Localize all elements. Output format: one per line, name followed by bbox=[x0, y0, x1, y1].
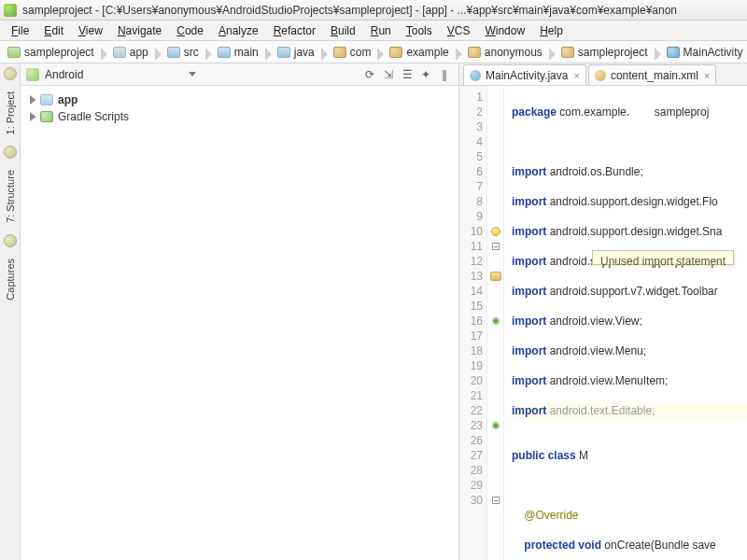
gradle-icon bbox=[40, 111, 53, 122]
intention-bulb-icon[interactable] bbox=[491, 227, 500, 236]
expand-icon[interactable] bbox=[28, 112, 37, 121]
tool-icon[interactable] bbox=[4, 67, 17, 80]
tree-node-gradle[interactable]: Gradle Scripts bbox=[24, 108, 455, 125]
java-class-icon bbox=[470, 70, 481, 81]
folder-icon bbox=[218, 47, 231, 58]
folder-icon bbox=[277, 47, 290, 58]
close-tab-icon[interactable]: × bbox=[573, 70, 579, 81]
collapse-button[interactable]: ⇲ bbox=[380, 66, 397, 83]
window-titlebar: sampleproject - [C:¥Users¥anonymous¥Andr… bbox=[0, 0, 747, 21]
package-icon bbox=[468, 47, 481, 58]
project-header: Android ⟳ ⇲ ☰ ✦ ‖ bbox=[21, 63, 458, 86]
editor-tabs: MainActivity.java × content_main.xml × bbox=[459, 63, 747, 86]
package-icon bbox=[561, 47, 574, 58]
gear-button[interactable]: ✦ bbox=[417, 66, 434, 83]
menu-bar: File Edit View Navigate Code Analyze Ref… bbox=[0, 21, 747, 41]
inspection-tooltip: Unused import statement bbox=[592, 250, 734, 265]
navigation-bar: sampleproject app src main java com exam… bbox=[0, 41, 747, 63]
class-icon bbox=[667, 47, 680, 58]
override-marker-icon[interactable] bbox=[493, 423, 499, 428]
menu-analyze[interactable]: Analyze bbox=[211, 22, 266, 39]
crumb-pkg2[interactable]: example bbox=[386, 45, 454, 60]
package-icon bbox=[389, 47, 402, 58]
editor-tab-mainactivity[interactable]: MainActivity.java × bbox=[463, 64, 586, 85]
crumb-class[interactable]: MainActivity bbox=[663, 45, 747, 60]
menu-tools[interactable]: Tools bbox=[399, 22, 440, 39]
tool-icon[interactable] bbox=[4, 146, 17, 159]
dropdown-icon[interactable] bbox=[189, 72, 196, 77]
app-logo-icon bbox=[4, 4, 17, 17]
editor-panel: MainActivity.java × content_main.xml × 1… bbox=[459, 63, 747, 560]
crumb-src[interactable]: src bbox=[163, 45, 204, 60]
menu-run[interactable]: Run bbox=[363, 22, 399, 39]
override-marker-icon[interactable] bbox=[493, 318, 499, 324]
android-icon bbox=[26, 68, 39, 81]
menu-vcs[interactable]: VCS bbox=[440, 22, 478, 39]
crumb-java[interactable]: java bbox=[274, 45, 320, 60]
window-title: sampleproject - [C:¥Users¥anonymous¥Andr… bbox=[22, 4, 677, 17]
left-tool-strip: 1: Project 7: Structure Captures bbox=[0, 63, 21, 560]
line-number-gutter: 1234 5678 9101112 13141516 17181920 2122… bbox=[459, 86, 487, 560]
menu-code[interactable]: Code bbox=[169, 22, 211, 39]
code-text[interactable]: packagepackage com.example. sampleproj c… bbox=[504, 86, 747, 560]
settings-button[interactable]: ☰ bbox=[399, 66, 416, 83]
close-tab-icon[interactable]: × bbox=[704, 70, 710, 81]
module-icon bbox=[40, 94, 53, 105]
folder-icon bbox=[7, 47, 21, 58]
sync-button[interactable]: ⟳ bbox=[361, 66, 378, 83]
marker-gutter bbox=[487, 86, 504, 560]
fold-icon[interactable] bbox=[492, 243, 500, 250]
tool-icon[interactable] bbox=[4, 234, 17, 247]
crumb-pkg3[interactable]: anonymous bbox=[464, 45, 548, 60]
menu-help[interactable]: Help bbox=[532, 22, 571, 39]
project-view-selector[interactable]: Android bbox=[45, 68, 185, 81]
menu-file[interactable]: File bbox=[4, 22, 36, 39]
project-tree: app Gradle Scripts bbox=[21, 86, 458, 131]
crumb-project[interactable]: sampleproject bbox=[4, 45, 100, 60]
tool-tab-project[interactable]: 1: Project bbox=[3, 86, 18, 140]
expand-icon[interactable] bbox=[28, 95, 37, 105]
menu-build[interactable]: Build bbox=[323, 22, 363, 39]
project-tool-window: Android ⟳ ⇲ ☰ ✦ ‖ app Gradle Scripts bbox=[21, 63, 459, 560]
editor-tab-contentmain[interactable]: content_main.xml × bbox=[588, 64, 716, 85]
menu-navigate[interactable]: Navigate bbox=[110, 22, 169, 39]
tool-tab-structure[interactable]: 7: Structure bbox=[3, 164, 18, 229]
folder-icon bbox=[167, 47, 180, 58]
package-icon bbox=[333, 47, 346, 58]
code-editor[interactable]: 1234 5678 9101112 13141516 17181920 2122… bbox=[459, 86, 747, 560]
xml-icon bbox=[595, 70, 606, 81]
module-icon bbox=[113, 47, 126, 58]
tree-node-app[interactable]: app bbox=[24, 91, 455, 108]
menu-window[interactable]: Window bbox=[477, 22, 532, 39]
hide-button[interactable]: ‖ bbox=[436, 66, 453, 83]
crumb-pkg4[interactable]: sampleproject bbox=[557, 45, 654, 60]
menu-edit[interactable]: Edit bbox=[36, 22, 71, 39]
fold-icon[interactable] bbox=[492, 497, 500, 504]
menu-refactor[interactable]: Refactor bbox=[266, 22, 323, 39]
class-marker-icon[interactable] bbox=[490, 272, 501, 281]
crumb-module[interactable]: app bbox=[109, 45, 154, 60]
menu-view[interactable]: View bbox=[71, 22, 110, 39]
tool-tab-captures[interactable]: Captures bbox=[3, 253, 18, 306]
crumb-main[interactable]: main bbox=[214, 45, 264, 60]
crumb-pkg1[interactable]: com bbox=[330, 45, 377, 60]
